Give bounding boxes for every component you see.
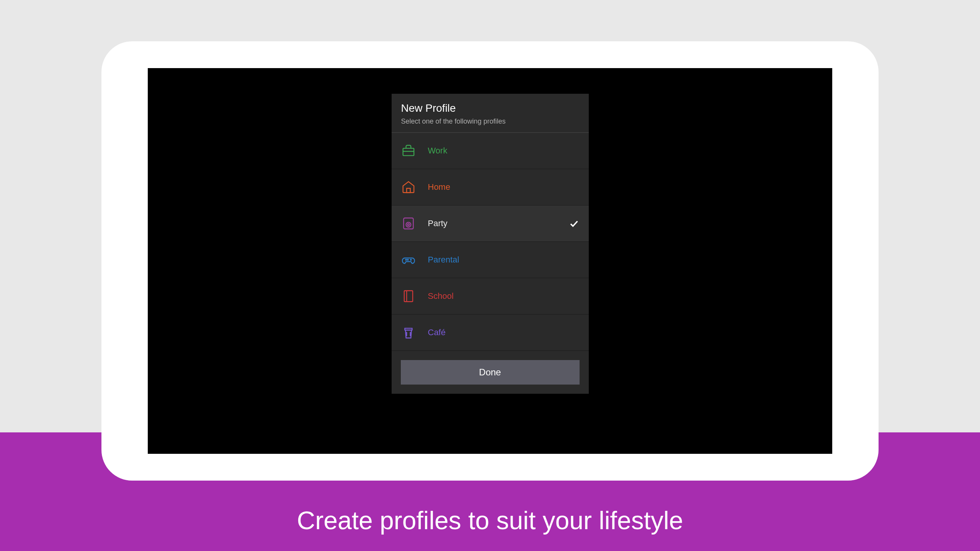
profile-item-school[interactable]: School <box>392 278 589 315</box>
profile-item-home[interactable]: Home <box>392 169 589 205</box>
profile-label: Work <box>428 146 579 156</box>
profile-label: Café <box>428 328 579 337</box>
new-profile-dialog: New Profile Select one of the following … <box>392 94 589 394</box>
profile-item-parental[interactable]: Parental <box>392 242 589 278</box>
briefcase-icon <box>401 143 416 158</box>
done-button[interactable]: Done <box>401 360 580 385</box>
house-icon <box>401 180 416 194</box>
svg-rect-2 <box>407 188 410 192</box>
coffee-cup-icon <box>401 325 416 340</box>
profile-list: Work Home <box>392 133 589 351</box>
tablet-screen: New Profile Select one of the following … <box>148 68 832 454</box>
svg-point-7 <box>407 259 408 261</box>
svg-point-6 <box>405 259 407 261</box>
svg-point-8 <box>410 259 412 261</box>
svg-point-5 <box>407 224 409 226</box>
profile-label: Home <box>428 182 579 192</box>
speaker-icon <box>401 216 416 231</box>
profile-label: Party <box>428 218 568 228</box>
profile-item-party[interactable]: Party <box>392 205 589 242</box>
book-icon <box>401 289 416 303</box>
banner-text: Create profiles to suit your lifestyle <box>297 506 683 535</box>
gamepad-icon <box>401 253 416 267</box>
checkmark-icon <box>568 218 579 229</box>
dialog-subtitle: Select one of the following profiles <box>401 117 579 126</box>
dialog-header: New Profile Select one of the following … <box>392 94 589 133</box>
profile-item-cafe[interactable]: Café <box>392 315 589 351</box>
svg-rect-9 <box>404 291 412 302</box>
dialog-footer: Done <box>392 351 589 394</box>
svg-point-4 <box>406 222 411 227</box>
profile-label: School <box>428 291 579 301</box>
profile-item-work[interactable]: Work <box>392 133 589 169</box>
tablet-device-frame: New Profile Select one of the following … <box>101 41 879 481</box>
dialog-title: New Profile <box>401 102 579 114</box>
svg-rect-0 <box>403 148 414 156</box>
profile-label: Parental <box>428 255 579 265</box>
